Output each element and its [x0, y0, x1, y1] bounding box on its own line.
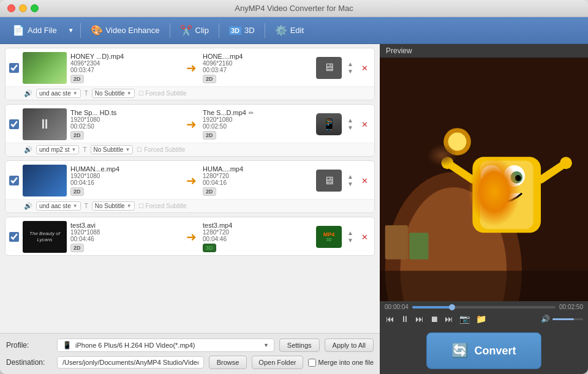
minimize-button[interactable]: [19, 4, 27, 12]
total-time: 00:02:50: [559, 304, 583, 310]
progress-bar-track[interactable]: [412, 306, 556, 309]
svg-point-9: [488, 171, 500, 184]
output-name-row-2: The S...D.mp4 ✏: [203, 109, 312, 116]
convert-arrow-3: ➜: [186, 173, 197, 188]
svg-point-4: [448, 133, 467, 151]
svg-rect-17: [385, 225, 408, 260]
browse-button[interactable]: Browse: [209, 356, 247, 369]
forced-subtitle-1: ☐ Forced Subtitle: [138, 90, 187, 97]
scroll-up-4[interactable]: ▲: [347, 230, 354, 237]
folder-button[interactable]: 📁: [475, 313, 488, 325]
profile-dropdown-arrow: ▼: [263, 342, 269, 348]
audio-dropdown-2[interactable]: und mp2 st ▼: [36, 145, 79, 154]
svg-rect-18: [409, 233, 428, 259]
file-item-main-3: HUMAN...e.mp4 1920*1080 00:04:16 2D ➜ HU…: [6, 161, 374, 199]
file-source-duration-2: 00:02:50: [70, 123, 180, 130]
volume-track[interactable]: [552, 318, 583, 320]
output-res-badge-4: 3D: [203, 244, 216, 252]
audio-dropdown-3[interactable]: und aac ste ▼: [36, 201, 81, 211]
svg-point-1: [385, 172, 522, 301]
svg-point-2: [401, 187, 507, 301]
3d-icon: 3D: [229, 26, 241, 35]
scroll-down-3[interactable]: ▼: [347, 181, 354, 188]
open-folder-button[interactable]: Open Folder: [252, 356, 303, 369]
merge-checkbox[interactable]: [308, 359, 316, 367]
file-source-name-4: test3.avi: [70, 222, 180, 229]
add-file-icon: 📄: [12, 24, 24, 36]
audio-value-1: und aac ste: [39, 90, 71, 97]
subtitle-dropdown-2[interactable]: No Subtitle ▼: [91, 145, 134, 154]
edit-output-name-2[interactable]: ✏: [249, 110, 254, 116]
file-item-3: HUMAN...e.mp4 1920*1080 00:04:16 2D ➜ HU…: [5, 160, 375, 213]
progress-bar-row: 00:00:04 00:02:50: [385, 304, 583, 310]
video-enhance-button[interactable]: 🎨 Video Enhance: [85, 21, 166, 39]
scroll-arrows-3: ▲ ▼: [345, 172, 355, 189]
format-icon-1: 🖥: [316, 57, 342, 79]
file-output-info-1: HONE....mp4 4096*2160 00:03:47 2D: [203, 53, 312, 83]
current-time: 00:00:04: [385, 304, 409, 310]
convert-button[interactable]: 🔄 Convert: [426, 332, 541, 369]
output-name-row-1: HONE....mp4: [203, 53, 312, 60]
3d-button[interactable]: 3D 3D: [223, 23, 261, 38]
close-file-2[interactable]: ✕: [359, 119, 371, 130]
play-pause-button[interactable]: ⏸: [399, 313, 410, 325]
scroll-up-2[interactable]: ▲: [347, 117, 354, 124]
file-source-name-3: HUMAN...e.mp4: [70, 165, 180, 173]
close-button[interactable]: [7, 4, 15, 12]
forced-subtitle-3: ☐ Forced Subtitle: [138, 203, 187, 209]
clip-button[interactable]: ✂️ Clip: [174, 21, 215, 39]
file-item-sub-2: 🔊 und mp2 st ▼ T No Subtitle ▼ ☐ Forced …: [6, 143, 374, 156]
add-file-dropdown-arrow[interactable]: ▼: [66, 24, 77, 37]
profile-dropdown[interactable]: 📱 iPhone 6 Plus/6 H.264 HD Video(*.mp4) …: [57, 338, 274, 352]
control-buttons: ⏮ ⏸ ⏭ ⏹ ⏭ 📷 📁 🔊: [385, 313, 583, 325]
svg-point-15: [442, 157, 454, 169]
svg-point-10: [510, 171, 522, 184]
scroll-down-4[interactable]: ▼: [347, 237, 354, 244]
skip-back-button[interactable]: ⏮: [385, 313, 396, 325]
thumb-4-overlay: The Beauty of Lycans: [23, 231, 67, 242]
screenshot-button[interactable]: 📷: [458, 313, 471, 325]
convert-label: Convert: [474, 345, 516, 357]
svg-point-16: [560, 157, 572, 169]
svg-line-14: [541, 165, 564, 180]
add-file-button[interactable]: 📄 Add File: [6, 21, 63, 39]
close-file-4[interactable]: ✕: [359, 231, 371, 243]
file-checkbox-3[interactable]: [9, 176, 19, 185]
source-res-badge-1: 2D: [70, 75, 84, 83]
stop-button[interactable]: ⏹: [429, 313, 440, 325]
mp4-badge-4: MP4 3D: [323, 232, 335, 242]
file-checkbox-2[interactable]: [9, 119, 19, 129]
profile-label: Profile:: [6, 341, 52, 350]
next-frame-button[interactable]: ⏭: [443, 313, 454, 325]
maximize-button[interactable]: [31, 4, 39, 12]
edit-button[interactable]: ⚙️ Edit: [269, 21, 310, 39]
scroll-down-2[interactable]: ▼: [347, 124, 354, 132]
file-source-info-1: HONEY ...D).mp4 4096*2304 00:03:47 2D: [70, 53, 180, 83]
fast-forward-button[interactable]: ⏭: [414, 313, 425, 325]
output-name-4: test3.mp4: [203, 222, 232, 229]
file-list: HONEY ...D).mp4 4096*2304 00:03:47 2D ➜ …: [0, 44, 380, 333]
scroll-down-1[interactable]: ▼: [347, 68, 354, 75]
file-thumbnail-3: [23, 165, 67, 196]
audio-dropdown-1[interactable]: und aac ste ▼: [36, 89, 81, 98]
output-duration-4: 00:04:46: [203, 236, 312, 242]
close-file-1[interactable]: ✕: [359, 62, 371, 74]
scroll-up-3[interactable]: ▲: [347, 173, 354, 181]
svg-rect-0: [380, 58, 588, 301]
subtitle-dropdown-1[interactable]: No Subtitle ▼: [92, 89, 135, 98]
subtitle-dropdown-3[interactable]: No Subtitle ▼: [92, 201, 135, 211]
output-name-3: HUMA....mp4: [203, 165, 243, 173]
close-file-3[interactable]: ✕: [359, 175, 371, 187]
format-icon-2: 📱: [316, 113, 342, 135]
scroll-up-1[interactable]: ▲: [347, 61, 354, 68]
audio-icon-1: 🔊: [24, 89, 32, 97]
subtitle-icon-2: T: [83, 146, 86, 153]
destination-input[interactable]: [57, 356, 204, 368]
volume-area: 🔊: [541, 315, 583, 323]
settings-button[interactable]: Settings: [279, 338, 320, 352]
file-checkbox-4[interactable]: [9, 232, 19, 242]
output-name-1: HONE....mp4: [203, 53, 243, 60]
file-checkbox-1[interactable]: [9, 63, 19, 73]
apply-all-button[interactable]: Apply to All: [325, 338, 374, 352]
progress-knob[interactable]: [449, 304, 455, 310]
